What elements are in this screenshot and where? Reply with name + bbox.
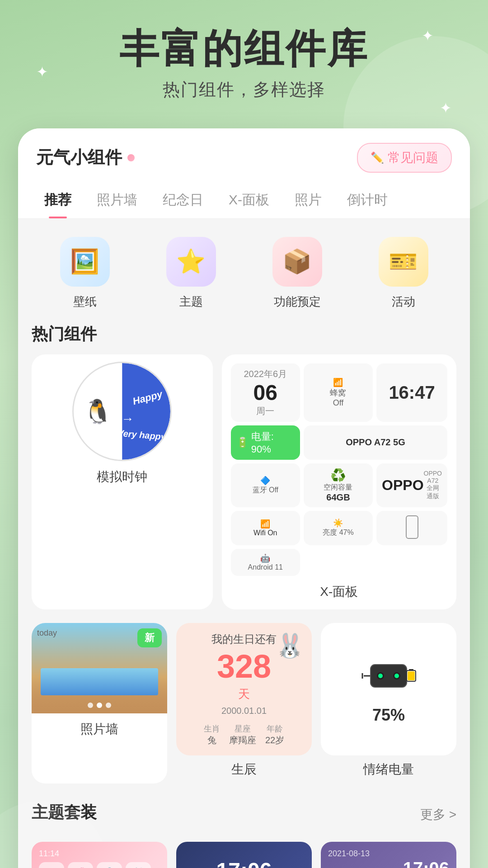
xpanel-month: 2022年6月 — [244, 368, 287, 380]
theme-card-dark[interactable]: 17:06 ☁️ 天气 📅 日历 🌙 🎵 音乐 17:06 — [176, 842, 312, 868]
oppo-logo: OPPO — [382, 477, 423, 494]
wallpaper-label: 壁纸 — [73, 294, 97, 310]
app-name: 元气小组件 — [36, 146, 122, 169]
theme-pink-time-status: 11:14 — [39, 849, 59, 859]
quick-icon-activity[interactable]: 🎫 活动 — [379, 237, 428, 310]
signal-status: Off — [333, 398, 344, 408]
page-title: 丰富的组件库 — [18, 27, 470, 71]
photo-wall-image: today 新 — [32, 623, 167, 713]
theme-card-purple[interactable]: 2021-08-13 17:06 28° 27°C 🐱 🐾 99+ — [321, 842, 456, 868]
brightness-label: 亮度 47% — [323, 528, 353, 538]
header-section: ✦ ✦ ✦ 丰富的组件库 热门组件，多样选择 — [0, 0, 488, 119]
quick-icon-wallpaper[interactable]: 🖼️ 壁纸 — [60, 237, 110, 310]
app-header: 元气小组件 ✏️ 常见问题 — [18, 128, 470, 182]
activity-icon-circle: 🎫 — [379, 237, 428, 287]
widget-analog-clock[interactable]: 🐧 Happy ↑◎→ Very happy 模拟时钟 — [32, 354, 213, 609]
battery-robot — [357, 653, 420, 698]
theme-icon-2: 🌺 — [68, 862, 93, 868]
widget-photo-wall-wrap: today 新 照片墙 — [32, 623, 167, 783]
logo-dot — [127, 154, 135, 161]
faq-label: 常见问题 — [388, 149, 438, 166]
svg-point-6 — [394, 674, 399, 678]
xpanel-wifi-cell: 📶 Wifi On — [231, 511, 300, 545]
theme-dark-content: 17:06 ☁️ 天气 📅 日历 🌙 🎵 音乐 17:06 — [176, 842, 312, 868]
hot-widgets-row: 🐧 Happy ↑◎→ Very happy 模拟时钟 2022年6月 06 — [32, 354, 456, 609]
oppo-version: OPPO A72 全网通版 — [424, 470, 442, 500]
theme-pink-content: 11:14 📷 🌺 ⚙️ 🐰 11:14 06/08 星期五 11:14:36 … — [32, 842, 167, 868]
quick-icon-function[interactable]: 📦 功能预定 — [272, 237, 322, 310]
quick-icon-theme[interactable]: ⭐ 主题 — [166, 237, 216, 310]
widget-xpanel[interactable]: 2022年6月 06 周一 📶 蜂窝 Off 16:47 🔋 电量: 90% — [222, 354, 456, 609]
content-area: 🖼️ 壁纸 ⭐ 主题 📦 功能预定 🎫 活动 — [18, 219, 470, 868]
photo-dot-2 — [97, 703, 102, 708]
signal-label: 蜂窝 — [330, 387, 346, 398]
quick-icons-row: 🖼️ 壁纸 ⭐ 主题 📦 功能预定 🎫 活动 — [32, 232, 456, 319]
storage-value: 64GB — [326, 492, 350, 503]
widget-birthday[interactable]: 我的生日还有 328 天 2000.01.01 🐰 生肖 兔 星座 摩羯座 — [176, 623, 312, 755]
theme-card-pink[interactable]: 11:14 📷 🌺 ⚙️ 🐰 11:14 06/08 星期五 11:14:36 … — [32, 842, 167, 868]
tab-anniversary[interactable]: 纪念日 — [150, 182, 216, 218]
wallpaper-icon: 🖼️ — [70, 248, 99, 275]
photo-dot-3 — [106, 703, 111, 708]
page-subtitle: 热门组件，多样选择 — [18, 78, 470, 101]
theme-icon-4: 🐰 — [126, 862, 151, 868]
function-icon: 📦 — [282, 248, 312, 275]
theme-section: 主题套装 更多 > 11:14 📷 🌺 ⚙️ 🐰 — [32, 797, 456, 868]
xpanel-date: 06 — [253, 380, 277, 405]
zodiac-label: 生肖 — [204, 723, 220, 734]
birthday-label: 生辰 — [176, 755, 312, 783]
tab-photo-wall[interactable]: 照片墙 — [84, 182, 150, 218]
theme-purple-date: 2021-08-13 — [328, 849, 370, 859]
birthday-bunny-icon: 🐰 — [275, 632, 305, 660]
function-label: 功能预定 — [274, 294, 321, 310]
birthday-date: 2000.01.01 — [221, 706, 267, 716]
wifi-icon: 📶 — [260, 519, 270, 529]
activity-label: 活动 — [392, 294, 415, 310]
birthday-days: 328 — [217, 650, 271, 683]
svg-rect-8 — [409, 669, 413, 671]
battery-label: 电量: 90% — [251, 430, 295, 455]
theme-section-title: 主题套装 — [32, 802, 97, 824]
xpanel-battery-cell: 🔋 电量: 90% — [231, 425, 300, 460]
battery-widget-label: 情绪电量 — [321, 755, 456, 783]
clock-label: 模拟时钟 — [97, 468, 147, 486]
xpanel-bluetooth-cell: 🔷 蓝牙 Off — [231, 463, 300, 507]
theme-row: 11:14 📷 🌺 ⚙️ 🐰 11:14 06/08 星期五 11:14:36 … — [32, 842, 456, 868]
tab-xpanel[interactable]: X-面板 — [216, 182, 282, 218]
storage-icon: ♻️ — [330, 468, 346, 483]
function-icon-circle: 📦 — [272, 237, 322, 287]
xpanel-brightness-cell: ☀️ 亮度 47% — [304, 511, 373, 545]
wifi-label: Wifi On — [253, 529, 277, 537]
widget-photo-wall[interactable]: today 新 照片墙 — [32, 623, 167, 783]
star-label: 星座 — [235, 723, 251, 734]
theme-label: 主题 — [179, 294, 203, 310]
sparkle-icon-3: ✦ — [440, 99, 452, 117]
faq-button[interactable]: ✏️ 常见问题 — [357, 143, 452, 173]
tab-photo[interactable]: 照片 — [282, 182, 334, 218]
android-label: Android 11 — [248, 563, 283, 571]
battery-robot-svg — [357, 653, 420, 698]
android-icon: 🤖 — [260, 553, 270, 563]
theme-icon: ⭐ — [176, 248, 206, 275]
svg-rect-2 — [371, 665, 407, 687]
signal-icon: 📶 — [333, 377, 343, 387]
storage-label: 空闲容量 — [324, 483, 352, 492]
widgets-row2: today 新 照片墙 — [32, 623, 456, 783]
photo-new-badge: 新 — [137, 628, 162, 647]
main-card: 元气小组件 ✏️ 常见问题 推荐 照片墙 纪念日 X-面板 照片 倒计时 🖼️ … — [18, 128, 470, 868]
theme-purple-content: 2021-08-13 17:06 28° 27°C 🐱 🐾 99+ — [321, 842, 456, 868]
svg-rect-9 — [408, 671, 415, 680]
sparkle-icon-1: ✦ — [422, 27, 434, 44]
sparkle-icon-2: ✦ — [36, 63, 48, 80]
widget-battery[interactable]: 75% — [321, 623, 456, 755]
bluetooth-label: 蓝牙 Off — [253, 486, 279, 495]
theme-dark-time: 17:06 — [183, 858, 305, 868]
theme-header: 主题套装 更多 > — [32, 797, 456, 833]
tab-recommend[interactable]: 推荐 — [32, 182, 84, 218]
xpanel-phone-cell — [376, 511, 447, 545]
tab-countdown[interactable]: 倒计时 — [334, 182, 400, 218]
theme-purple-time: 17:06 — [328, 859, 449, 868]
activity-icon: 🎫 — [389, 248, 418, 275]
more-link[interactable]: 更多 > — [420, 806, 456, 823]
birthday-star: 星座 摩羯座 — [229, 723, 256, 746]
